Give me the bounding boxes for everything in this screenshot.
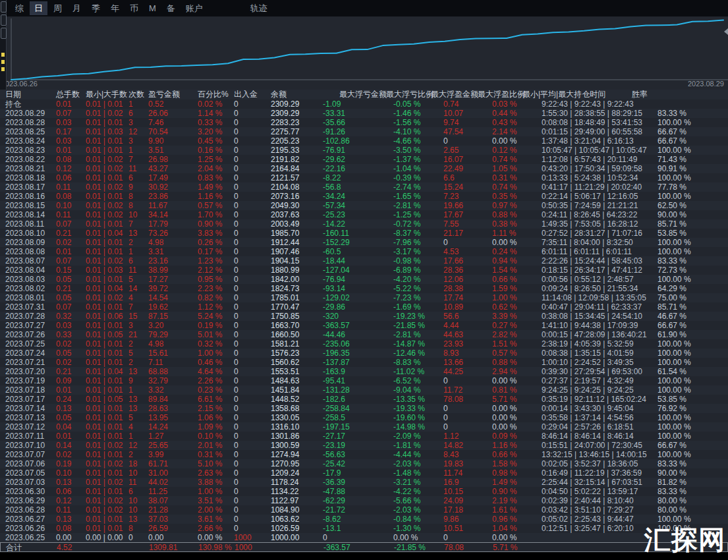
table-cell: 0.01 | 0.01 [86,302,128,312]
table-cell: 2023.08.04 [5,266,56,275]
table-row[interactable]: 2023.08.290.070.01 | 0.02626.061.14 %023… [0,109,728,118]
table-cell: 0.01 | 0.01 [86,376,128,385]
table-row[interactable]: 2023.06.260.080.01 | 0.01826.592.66 %010… [0,524,728,533]
toolbar-tab-7[interactable]: M [144,1,161,15]
table-row[interactable]: 2023.08.070.070.01 | 0.02623.161.23 %019… [0,256,728,266]
table-row[interactable]: 2023.06.280.110.01 | 0.021021.282.00 %01… [0,505,728,515]
table-row[interactable]: 2023.06.270.130.01 | 0.011337.033.61 %01… [0,515,728,524]
table-row[interactable]: 2023.08.280.030.01 | 0.0137.460.33 %0228… [0,118,728,127]
table-row[interactable]: 2023.08.210.120.01 | 0.021143.272.04 %02… [0,164,728,173]
tab-trail[interactable]: 轨迹 [246,1,272,15]
table-row[interactable]: 2023.08.220.080.01 | 0.02726.981.25 %021… [0,155,728,164]
table-row[interactable]: 2023.07.070.020.01 | 0.0123.990.31 %0127… [0,450,728,459]
splitter-arrow-icon[interactable] [724,28,728,35]
table-cell: 0 [234,275,271,284]
table-cell: 66.67 % [658,136,728,146]
table-cell: -0.72 % [393,219,443,229]
table-cell: 21.28 [148,505,198,515]
table-cell: 9 [128,376,148,385]
table-cell: 0.05 [56,349,86,358]
table-row[interactable]: 2023.07.190.090.01 | 0.01932.792.26 %014… [0,376,728,385]
docked-panel-strip[interactable] [0,0,7,90]
table-cell: 11 [128,164,148,173]
table-cell: 0.03 [56,136,86,146]
column-header: 总手数 [56,90,86,99]
table-cell: 1.16 % [492,441,542,450]
table-cell: 0.27 % [492,321,542,330]
table-row[interactable]: 2023.07.280.320.01 | 0.061587.155.24 %01… [0,312,728,321]
table-row[interactable]: 2023.08.140.110.01 | 0.021034.141.70 %02… [0,210,728,219]
table-cell: 0.01 | 0.02 [86,496,128,505]
table-cell: 6 [128,109,148,118]
table-row[interactable]: 2023.06.290.120.01 | 0.021038.073.51 %01… [0,496,728,505]
table-row[interactable]: 2023.08.010.050.01 | 0.02414.540.82 %017… [0,293,728,302]
toolbar-tab-0[interactable]: 综 [11,1,28,15]
table-cell: 2023.07.11 [5,432,56,441]
table-row[interactable]: 2023.07.250.020.01 | 0.0124.980.32 %0158… [0,339,728,349]
table-cell: 7.55 [443,219,492,229]
table-row[interactable]: 2023.08.110.070.01 | 0.01717.790.90 %020… [0,219,728,229]
table-cell: -1.25 % [393,210,443,219]
table-row[interactable]: 持仓0.010.01 | 0.0110.520.02 %02309.29-1.0… [0,99,728,109]
table-row[interactable]: 2023.08.020.210.01 | 0.041439.722.23 %01… [0,284,728,293]
table-cell: 0 [443,404,492,413]
table-row[interactable]: 2023.07.210.020.01 | 0.0127.110.46 %0156… [0,358,728,367]
table-cell: -4.20 % [393,275,443,284]
table-row[interactable]: 2023.07.120.040.01 | 0.01414.241.09 %013… [0,422,728,432]
toolbar-tab-1[interactable]: 日 [30,1,47,15]
table-cell: 1.23 % [198,256,234,266]
table-row[interactable]: 2023.06.250.000.00 | 0.0000.000.00 %1000… [0,533,728,542]
table-row[interactable]: 2023.08.180.060.01 | 0.01617.490.83 %021… [0,173,728,182]
table-row[interactable]: 2023.07.060.190.01 | 0.021861.715.10 %01… [0,459,728,468]
table-row[interactable]: 2023.07.310.070.01 | 0.01719.621.12 %017… [0,302,728,312]
toolbar-tab-8[interactable]: 备 [162,1,180,15]
table-cell: 9:24:25 | 9:24:25 | 9:24:25 [542,385,658,395]
table-row[interactable]: 2023.08.030.050.01 | 0.01517.270.95 %018… [0,275,728,284]
table-row[interactable]: 2023.07.100.140.01 | 0.021225.652.01 %01… [0,441,728,450]
table-row[interactable]: 2023.08.150.100.01 | 0.02811.670.57 %020… [0,201,728,210]
table-row[interactable]: 2023.07.030.130.01 | 0.021144.023.88 %01… [0,478,728,487]
toolbar-tab-3[interactable]: 月 [68,1,86,15]
table-row[interactable]: 2023.07.200.210.01 | 0.041368.884.64 %01… [0,367,728,376]
toolbar-tab-9[interactable]: 账户 [181,1,208,15]
table-cell: -182.6 [323,395,393,404]
table-row[interactable]: 2023.08.090.020.01 | 0.0124.980.26 %0191… [0,238,728,247]
table-cell: 3.61 % [198,515,234,524]
toolbar-tab-5[interactable]: 年 [106,1,124,15]
table-row[interactable]: 2023.08.080.010.01 | 0.0113.310.17 %0190… [0,247,728,256]
table-cell: 100.00 % [658,192,728,201]
table-row[interactable]: 2023.08.040.150.01 | 0.031138.992.12 %01… [0,266,728,275]
table-row[interactable]: 2023.08.250.170.01 | 0.031270.543.20 %02… [0,127,728,136]
table-row[interactable]: 2023.07.240.050.01 | 0.01515.611.00 %015… [0,349,728,358]
table-row[interactable]: 2023.07.140.130.01 | 0.011328.632.15 %01… [0,404,728,413]
panel-handle-icon[interactable] [1,14,7,26]
toolbar-tab-6[interactable]: 币 [125,1,143,15]
panel-handle-icon[interactable] [1,28,7,39]
table-row[interactable]: 2023.07.050.100.01 | 0.011031.002.63 %01… [0,468,728,478]
table-cell: 85.71 % [658,219,728,229]
table-row[interactable]: 2023.08.230.010.01 | 0.0113.510.16 %0219… [0,146,728,155]
table-row[interactable]: 2023.07.180.010.01 | 0.0113.320.23 %0145… [0,385,728,395]
table-cell: 83.33 % [658,109,728,118]
table-cell: 0.33 [56,330,86,339]
table-cell: -1.30 % [393,524,443,533]
table-row[interactable]: 2023.07.260.330.01 | 0.052179.295.01 %01… [0,330,728,339]
table-row[interactable]: 2023.06.300.060.01 | 0.01611.251.00 %011… [0,487,728,496]
panel-handle-icon[interactable] [1,1,7,13]
table-row[interactable]: 2023.07.270.030.01 | 0.0133.200.19 %0166… [0,321,728,330]
toolbar-tab-2[interactable]: 周 [49,1,67,15]
table-row[interactable]: 2023.07.130.050.01 | 0.01513.951.06 %013… [0,413,728,422]
table-cell: 7.46 [148,118,198,127]
table-cell: -19.33 % [393,404,443,413]
table-cell: 1:00:10 | 2:24:52 | 3:49:35 [542,358,658,367]
table-cell: 0.21 [56,229,86,238]
table-cell: 0.01 | 0.01 [86,173,128,182]
table-row[interactable]: 2023.08.160.080.01 | 0.01823.861.16 %020… [0,192,728,201]
table-row[interactable]: 2023.08.170.110.01 | 0.02930.921.49 %021… [0,182,728,192]
toolbar-tab-4[interactable]: 季 [87,1,105,15]
table-row[interactable]: 2023.08.240.030.01 | 0.0139.900.45 %0220… [0,136,728,146]
table-cell: 0 [234,99,271,109]
table-row[interactable]: 2023.07.110.010.01 | 0.0111.270.10 %0130… [0,432,728,441]
table-row[interactable]: 2023.07.170.240.01 | 0.051389.846.61 %01… [0,395,728,404]
table-row[interactable]: 2023.08.100.210.01 | 0.041373.263.83 %01… [0,229,728,238]
